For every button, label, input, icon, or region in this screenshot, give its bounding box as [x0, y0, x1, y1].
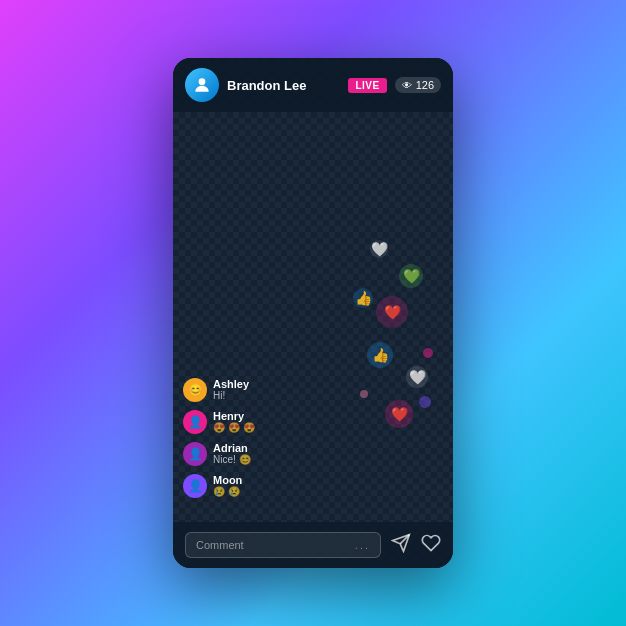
live-badge: LIVE: [348, 78, 386, 93]
phone-content: Brandon Lee LIVE 👁 126 ❤️ 🤍 👍 ❤️ 👍 💚 🤍 �: [173, 58, 453, 568]
comment-placeholder: Comment: [196, 539, 244, 551]
comment-avatar-moon: 👤: [183, 474, 207, 498]
comment-name-ashley: Ashley: [213, 378, 249, 390]
comment-avatar-ashley: 😊: [183, 378, 207, 402]
reaction-like-2: 👍: [353, 288, 373, 308]
send-icon[interactable]: [391, 533, 411, 558]
reaction-dot-1: [423, 348, 433, 358]
comment-adrian: 👤 Adrian Nice! 😊: [183, 442, 255, 466]
reaction-like-1: 👍: [367, 342, 393, 368]
comment-msg-adrian: Nice! 😊: [213, 454, 251, 465]
view-count: 👁 126: [395, 77, 441, 93]
phone-frame: Brandon Lee LIVE 👁 126 ❤️ 🤍 👍 ❤️ 👍 💚 🤍 �: [173, 58, 453, 568]
reaction-heart-2: 🤍: [406, 366, 428, 388]
reaction-heart-1: ❤️: [385, 400, 413, 428]
heart-icon[interactable]: [421, 533, 441, 558]
reaction-heart-3: ❤️: [376, 296, 408, 328]
comment-name-adrian: Adrian: [213, 442, 251, 454]
username: Brandon Lee: [227, 78, 348, 93]
comment-dots: ...: [355, 539, 370, 551]
comment-input-field[interactable]: Comment ...: [185, 532, 381, 558]
reaction-dot-2: [360, 390, 368, 398]
comment-moon: 👤 Moon 😢 😢: [183, 474, 255, 498]
reactions-container: ❤️ 🤍 👍 ❤️ 👍 💚 🤍: [333, 228, 433, 488]
comment-name-moon: Moon: [213, 474, 242, 486]
comment-text-ashley: Ashley Hi!: [213, 378, 249, 401]
header: Brandon Lee LIVE 👁 126: [173, 58, 453, 112]
comment-ashley: 😊 Ashley Hi!: [183, 378, 255, 402]
comment-text-moon: Moon 😢 😢: [213, 474, 242, 497]
comment-avatar-adrian: 👤: [183, 442, 207, 466]
svg-point-0: [199, 78, 206, 85]
comment-msg-henry: 😍 😍 😍: [213, 422, 255, 433]
comment-name-henry: Henry: [213, 410, 255, 422]
bottom-bar: Comment ...: [173, 522, 453, 568]
view-count-number: 126: [416, 79, 434, 91]
reaction-heart-green: 💚: [399, 264, 423, 288]
comment-text-adrian: Adrian Nice! 😊: [213, 442, 251, 465]
comment-henry: 👤 Henry 😍 😍 😍: [183, 410, 255, 434]
comment-msg-ashley: Hi!: [213, 390, 249, 401]
reaction-heart-4: 🤍: [370, 240, 388, 258]
comment-avatar-henry: 👤: [183, 410, 207, 434]
eye-icon: 👁: [402, 80, 412, 91]
avatar: [185, 68, 219, 102]
comment-msg-moon: 😢 😢: [213, 486, 242, 497]
reaction-dot-3: [419, 396, 431, 408]
comment-text-henry: Henry 😍 😍 😍: [213, 410, 255, 433]
comments-area: 😊 Ashley Hi! 👤 Henry 😍 😍 😍 👤 Adrian Nice…: [183, 378, 255, 498]
